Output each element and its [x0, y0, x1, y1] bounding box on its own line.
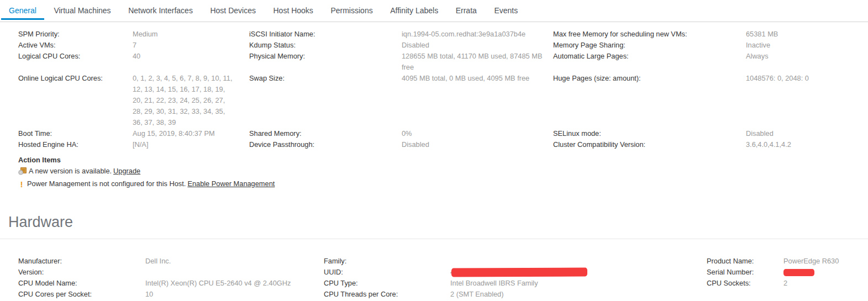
selinux-mode-label: SELinux mode:	[553, 128, 746, 139]
online-logical-cpu-cores-value: 0, 1, 2, 3, 4, 5, 6, 7, 8, 9, 10, 11, 12…	[133, 73, 249, 128]
action-item-upgrade: A new version is available.Upgrade	[18, 166, 868, 178]
selinux-mode-value: Disabled	[746, 128, 868, 139]
shared-memory-label: Shared Memory:	[249, 128, 402, 139]
cluster-compatibility-version-label: Cluster Compatibility Version:	[553, 139, 746, 150]
tab-errata[interactable]: Errata	[448, 0, 485, 20]
general-info-grid: SPM Priority: Medium iSCSI Initiator Nam…	[18, 29, 868, 150]
cpu-cores-per-socket-value: 10	[145, 289, 324, 300]
physical-memory-value: 128655 MB total, 41170 MB used, 87485 MB…	[402, 51, 553, 73]
cpu-type-value: Intel Broadwell IBRS Family	[450, 278, 707, 289]
hosted-engine-ha-label: Hosted Engine HA:	[18, 139, 133, 150]
memory-page-sharing-value: Inactive	[746, 40, 868, 51]
action-items-title: Action Items	[18, 155, 868, 166]
hardware-info-grid: Manufacturer: Dell Inc. Family: Product …	[0, 239, 868, 300]
manufacturer-label: Manufacturer:	[18, 256, 145, 267]
cluster-compatibility-version-value: 3.6,4.0,4.1,4.2	[746, 139, 868, 150]
power-management-message: Power Management is not configured for t…	[27, 179, 186, 188]
version-value	[145, 267, 324, 278]
physical-memory-label: Physical Memory:	[249, 51, 402, 73]
cpu-threads-per-core-label: CPU Threads per Core:	[324, 289, 450, 300]
action-items-section: Action Items A new version is available.…	[18, 155, 868, 189]
uuid-redaction	[451, 268, 587, 277]
serial-number-value	[783, 267, 868, 278]
active-vms-value: 7	[133, 40, 249, 51]
device-passthrough-label: Device Passthrough:	[249, 139, 402, 150]
cpu-model-name-label: CPU Model Name:	[18, 278, 145, 289]
automatic-large-pages-value: Always	[746, 51, 868, 73]
upgrade-message: A new version is available.	[29, 167, 112, 175]
enable-power-management-link[interactable]: Enable Power Management	[187, 179, 275, 188]
serial-number-label: Serial Number:	[707, 267, 783, 278]
boot-time-label: Boot Time:	[18, 128, 133, 139]
uuid-label: UUID:	[324, 267, 450, 278]
max-free-memory-label: Max free Memory for scheduling new VMs:	[553, 29, 746, 40]
hardware-empty-value	[783, 289, 868, 300]
warning-icon: !	[18, 180, 25, 188]
active-vms-label: Active VMs:	[18, 40, 133, 51]
swap-size-value: 4095 MB total, 0 MB used, 4095 MB free	[402, 73, 553, 128]
cpu-type-label: CPU Type:	[324, 278, 450, 289]
device-passthrough-value: Disabled	[402, 139, 553, 150]
huge-pages-value: 1048576: 0, 2048: 0	[746, 73, 868, 128]
max-free-memory-value: 65381 MB	[746, 29, 868, 40]
kdump-status-label: Kdump Status:	[249, 40, 402, 51]
tab-general[interactable]: General	[1, 0, 44, 20]
general-info-panel: SPM Priority: Medium iSCSI Initiator Nam…	[0, 22, 868, 189]
cpu-cores-per-socket-label: CPU Cores per Socket:	[18, 289, 145, 300]
detail-tabbar: General Virtual Machines Network Interfa…	[0, 0, 868, 22]
iscsi-initiator-name-label: iSCSI Initiator Name:	[249, 29, 402, 40]
product-name-value: PowerEdge R630	[783, 256, 868, 267]
version-label: Version:	[18, 267, 145, 278]
logical-cpu-cores-label: Logical CPU Cores:	[18, 51, 133, 73]
family-label: Family:	[324, 256, 450, 267]
hosted-engine-ha-value: [N/A]	[133, 139, 249, 150]
memory-page-sharing-label: Memory Page Sharing:	[553, 40, 746, 51]
automatic-large-pages-label: Automatic Large Pages:	[553, 51, 746, 73]
huge-pages-label: Huge Pages (size: amount):	[553, 73, 746, 128]
hardware-empty-label	[707, 289, 783, 300]
tab-host-hooks[interactable]: Host Hooks	[266, 0, 321, 20]
cpu-sockets-value: 2	[783, 278, 868, 289]
boot-time-value: Aug 15, 2019, 8:40:37 PM	[133, 128, 249, 139]
family-value	[450, 256, 707, 267]
upgrade-available-icon	[18, 166, 27, 178]
tab-permissions[interactable]: Permissions	[323, 0, 380, 20]
shared-memory-value: 0%	[402, 128, 553, 139]
cpu-threads-per-core-value: 2 (SMT Enabled)	[450, 289, 707, 300]
manufacturer-value: Dell Inc.	[145, 256, 324, 267]
tab-virtual-machines[interactable]: Virtual Machines	[46, 0, 118, 20]
swap-size-label: Swap Size:	[249, 73, 402, 128]
serial-number-redaction	[783, 269, 814, 276]
online-logical-cpu-cores-label: Online Logical CPU Cores:	[18, 73, 133, 128]
upgrade-link[interactable]: Upgrade	[113, 167, 140, 175]
product-name-label: Product Name:	[707, 256, 783, 267]
action-item-power-management: !Power Management is not configured for …	[18, 178, 868, 189]
tab-affinity-labels[interactable]: Affinity Labels	[382, 0, 446, 20]
uuid-value: 4	[450, 267, 707, 278]
tab-network-interfaces[interactable]: Network Interfaces	[120, 0, 201, 20]
tab-host-devices[interactable]: Host Devices	[202, 0, 263, 20]
logical-cpu-cores-value: 40	[133, 51, 249, 73]
kdump-status-value: Disabled	[402, 40, 553, 51]
spm-priority-label: SPM Priority:	[18, 29, 133, 40]
iscsi-initiator-name-value: iqn.1994-05.com.redhat:3e9a1a037b4e	[402, 29, 553, 40]
spm-priority-value: Medium	[133, 29, 249, 40]
tab-events[interactable]: Events	[486, 0, 525, 20]
hardware-section-title: Hardware	[8, 214, 868, 231]
cpu-model-name-value: Intel(R) Xeon(R) CPU E5-2640 v4 @ 2.40GH…	[145, 278, 324, 289]
cpu-sockets-label: CPU Sockets:	[707, 278, 783, 289]
